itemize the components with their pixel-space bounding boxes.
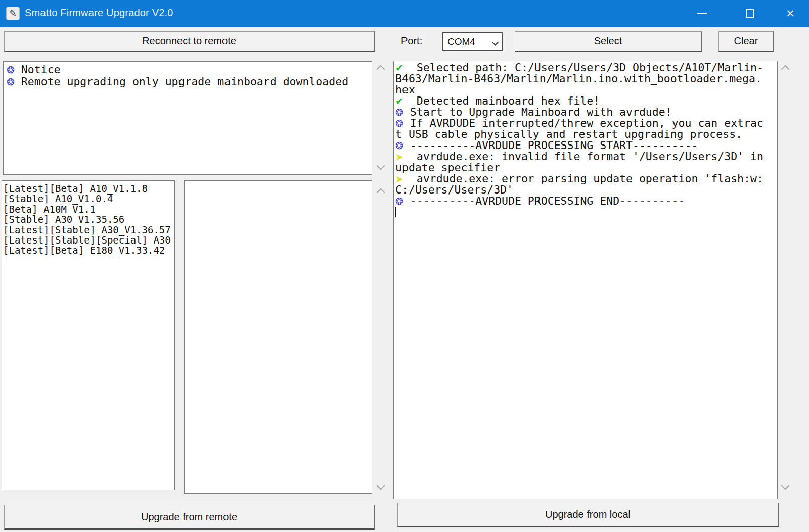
scroll-down-icon[interactable] — [376, 162, 385, 171]
scroll-up-icon[interactable] — [376, 186, 385, 196]
log-entry: ➤ avrdude.exe: invalid file format '/Use… — [395, 151, 776, 173]
log-entry: ✔ Detected mainboard hex file! — [395, 95, 776, 107]
gear-icon: ❂ — [395, 107, 403, 118]
window-title: Smatto Firmware Upgrador V2.0 — [25, 7, 173, 19]
firmware-list-item[interactable]: [Latest][Stable][Special] A30 — [3, 235, 174, 245]
app-pencil-icon: ✎ — [6, 7, 20, 20]
close-button[interactable]: ✕ — [775, 0, 806, 27]
minimize-button[interactable] — [687, 0, 718, 27]
log-entry-text: avrdude.exe: invalid file format '/Users… — [395, 150, 763, 174]
log-entry-text: Notice — [15, 63, 61, 76]
log-entry: ❂ Start to Upgrade Mainboard with avrdud… — [395, 107, 776, 118]
log-entry-text: ----------AVRDUDE PROCESSING END--------… — [403, 195, 685, 207]
log-entry: ❂ ----------AVRDUDE PROCESSING END------… — [395, 196, 776, 207]
maximize-icon — [746, 9, 754, 18]
gear-icon: ❂ — [395, 118, 403, 129]
select-button[interactable]: Select — [515, 31, 702, 52]
gear-icon: ❂ — [7, 76, 15, 87]
gear-icon: ❂ — [395, 140, 403, 151]
reconnect-to-remote-button[interactable]: Reconnect to remote — [4, 31, 375, 52]
maximize-button[interactable] — [734, 0, 766, 27]
check-icon: ✔ — [395, 62, 403, 73]
firmware-list[interactable]: [Latest][Beta] A10_V1.1.8[Stable] A10_V1… — [2, 180, 175, 490]
gear-icon: ❂ — [395, 196, 403, 207]
upgrade-from-remote-button[interactable]: Upgrade from remote — [4, 505, 375, 530]
arrow-icon: ➤ — [395, 173, 403, 184]
scroll-down-icon[interactable] — [781, 481, 790, 491]
titlebar: ✎ Smatto Firmware Upgrador V2.0 ✕ — [0, 0, 809, 27]
log-entry-text: Selected path: C:/Users/Users/3D Objects… — [395, 61, 763, 96]
firmware-list-item[interactable]: [Beta] A10M_V1.1 — [3, 204, 174, 214]
text-cursor — [395, 207, 396, 217]
scroll-up-icon[interactable] — [376, 63, 385, 72]
log-entry: ❂ Notice — [7, 64, 370, 76]
scroll-up-icon[interactable] — [781, 63, 790, 72]
chevron-down-icon — [492, 39, 499, 46]
firmware-list-item[interactable]: [Stable] A10_V1.0.4 — [3, 194, 174, 204]
firmware-list-item[interactable]: [Stable] A30_V1.35.56 — [3, 214, 174, 224]
log-entry: ❂ ----------AVRDUDE PROCESSING START----… — [395, 140, 776, 151]
close-icon: ✕ — [786, 8, 795, 20]
log-entry: ✔ Selected path: C:/Users/Users/3D Objec… — [395, 62, 776, 95]
log-entry-text: Remote upgrading only upgrade mainboard … — [15, 75, 348, 88]
minimize-icon — [697, 13, 707, 14]
log-entry-text: If AVRDUDE interrupted/threw exception, … — [395, 117, 763, 140]
firmware-list-item[interactable]: [Latest][Beta] A10_V1.1.8 — [3, 183, 174, 194]
clear-button[interactable]: Clear — [718, 31, 774, 52]
log-entry-text: avrdude.exe: error parsing update operat… — [395, 172, 763, 196]
scroll-down-icon[interactable] — [376, 481, 385, 491]
log-entry: ❂ If AVRDUDE interrupted/threw exception… — [395, 118, 776, 140]
app-window: ✎ Smatto Firmware Upgrador V2.0 ✕ Reconn… — [0, 0, 809, 532]
log-entry: ➤ avrdude.exe: error parsing update oper… — [395, 173, 776, 196]
check-icon: ✔ — [395, 95, 403, 107]
log-entry: ❂ Remote upgrading only upgrade mainboar… — [7, 76, 370, 88]
upgrade-log[interactable]: ✔ Selected path: C:/Users/Users/3D Objec… — [393, 61, 778, 499]
port-label: Port: — [401, 35, 422, 47]
notice-log[interactable]: ❂ Notice❂ Remote upgrading only upgrade … — [3, 61, 372, 175]
port-selected-value: COM4 — [447, 36, 475, 47]
port-select[interactable]: COM4 — [442, 32, 503, 51]
firmware-list-item[interactable]: [Latest][Beta] E180_V1.33.42 — [3, 245, 174, 255]
gear-icon: ❂ — [7, 64, 15, 75]
upgrade-from-local-button[interactable]: Upgrade from local — [397, 503, 779, 527]
firmware-list-item[interactable]: [Latest][Stable] A30_V1.36.57 — [3, 225, 174, 235]
arrow-icon: ➤ — [395, 151, 403, 162]
firmware-detail-panel[interactable] — [184, 180, 372, 494]
